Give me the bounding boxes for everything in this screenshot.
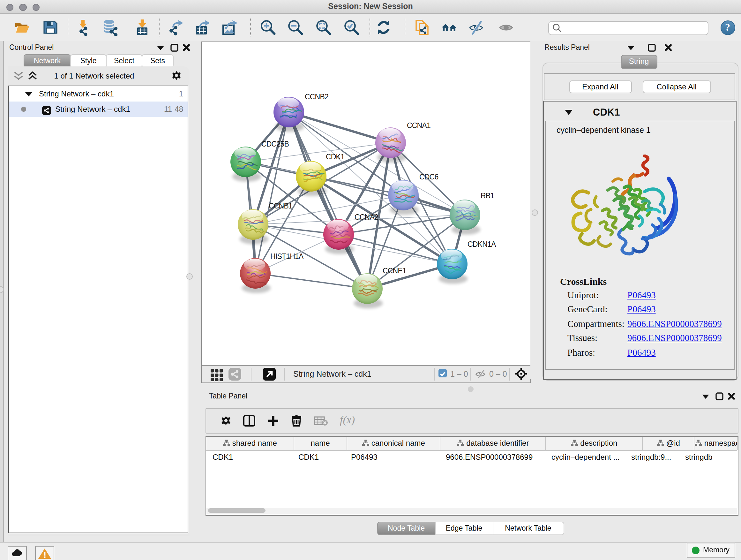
- svg-text:CDKN1A: CDKN1A: [467, 240, 496, 248]
- svg-text:CDK1: CDK1: [326, 152, 344, 161]
- svg-text:CCNB1: CCNB1: [268, 202, 292, 210]
- svg-text:CCNA2: CCNA2: [354, 213, 378, 221]
- svg-text:CCNA1: CCNA1: [407, 121, 430, 130]
- svg-text:CCNE1: CCNE1: [382, 266, 406, 275]
- svg-text:CDC6: CDC6: [419, 173, 438, 181]
- svg-text:HIST1H1A: HIST1H1A: [270, 252, 304, 260]
- svg-text:CDC25B: CDC25B: [261, 140, 288, 148]
- svg-text:RB1: RB1: [480, 192, 494, 200]
- svg-text:CCNB2: CCNB2: [305, 92, 328, 101]
